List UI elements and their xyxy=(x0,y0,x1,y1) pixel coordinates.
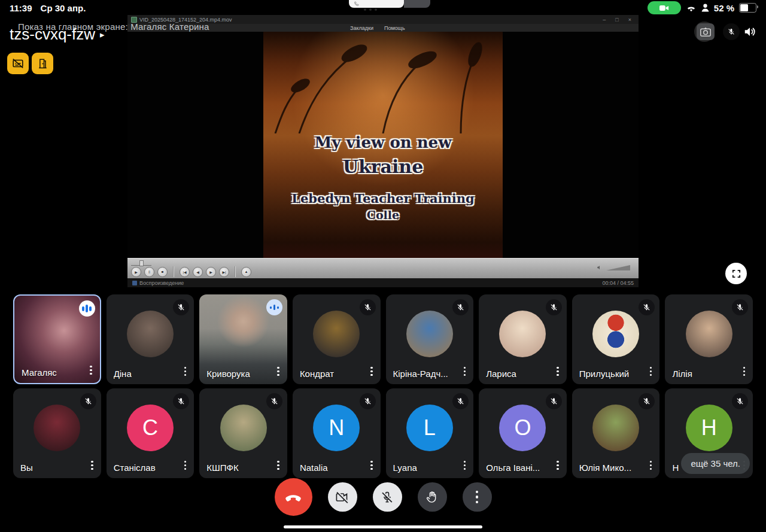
participant-tile[interactable]: КШПФК xyxy=(199,388,287,478)
pause-button[interactable]: || xyxy=(144,267,154,277)
stop-button[interactable]: ■ xyxy=(157,267,168,277)
participant-tile[interactable]: Криворука xyxy=(199,294,287,384)
video-frame: My view on new Ukraine Lebedyn Teacher T… xyxy=(263,32,503,258)
shared-screen-player-window: VID_20250428_174152_204.mp4.mov – □ × За… xyxy=(127,15,639,287)
participant-tile[interactable]: Кондрат xyxy=(293,294,381,384)
separator xyxy=(173,266,174,277)
call-controls-bar xyxy=(0,478,766,516)
menu-help[interactable]: Помощь xyxy=(384,25,405,31)
tile-options-button[interactable] xyxy=(648,365,654,378)
close-button[interactable]: × xyxy=(628,17,631,23)
more-participants-badge[interactable]: ещё 35 чел. xyxy=(681,453,750,474)
fullscreen-button[interactable] xyxy=(725,263,747,284)
date: Ср 30 апр. xyxy=(41,3,86,13)
participant-tile[interactable]: Прилуцький xyxy=(572,294,660,384)
participant-name: Lyana xyxy=(393,463,417,473)
mic-off-icon xyxy=(546,393,562,409)
person-icon xyxy=(701,4,709,12)
participant-tile[interactable]: Вы xyxy=(13,388,101,478)
participant-tile[interactable]: CСтаніслав xyxy=(107,388,194,478)
mic-off-icon xyxy=(452,393,469,409)
photo-avatar xyxy=(499,311,546,357)
overlay-line-4: Colle xyxy=(263,209,503,221)
raise-hand-button[interactable] xyxy=(418,482,447,512)
letter-avatar: O xyxy=(499,405,546,451)
seek-slider[interactable] xyxy=(131,260,151,266)
mic-off-icon xyxy=(452,299,469,315)
mic-toggle-button[interactable] xyxy=(373,482,402,512)
photo-avatar xyxy=(34,405,80,451)
play-button[interactable]: ▶ xyxy=(131,267,141,277)
minimize-button[interactable]: – xyxy=(603,17,606,23)
tile-options-button[interactable] xyxy=(275,365,281,378)
tile-options-button[interactable] xyxy=(555,365,561,378)
rewind-button[interactable]: ◀ xyxy=(193,267,203,277)
mic-off-icon xyxy=(639,299,655,315)
menu-bookmarks[interactable]: Закладки xyxy=(350,25,373,31)
battery-percent: 52 % xyxy=(714,3,734,13)
maximize-button[interactable]: □ xyxy=(615,17,618,23)
participant-tile[interactable]: NNatalia xyxy=(293,388,381,478)
tile-options-button[interactable] xyxy=(275,459,281,472)
tile-options-button[interactable] xyxy=(462,459,468,472)
mic-off-icon xyxy=(173,299,189,315)
tile-options-button[interactable] xyxy=(741,365,747,378)
more-options-button[interactable] xyxy=(463,482,492,512)
participant-tile[interactable]: Діна xyxy=(107,294,194,384)
tile-options-button[interactable] xyxy=(462,365,468,378)
end-call-button[interactable] xyxy=(275,478,312,516)
participant-tile[interactable]: Лариса xyxy=(479,294,567,384)
participant-tile[interactable]: Кіріна-Радч... xyxy=(386,294,474,384)
participant-tile[interactable]: Юлія Мико... xyxy=(572,388,660,478)
tile-options-button[interactable] xyxy=(648,459,654,472)
participant-tile[interactable]: OОльга Івані... xyxy=(479,388,567,478)
more-options-icon xyxy=(476,491,479,504)
tile-options-button[interactable] xyxy=(369,459,375,472)
participant-name: Юлія Мико... xyxy=(579,463,631,473)
raise-hand-icon xyxy=(425,490,439,504)
overlay-line-3: Lebedyn Teacher Training xyxy=(263,192,503,205)
participant-tile[interactable]: HНещё 35 чел. xyxy=(665,388,753,478)
exit-door-button[interactable] xyxy=(32,53,53,74)
meeting-code[interactable]: tzs-cvxq-fzw ▸ xyxy=(10,25,105,44)
tile-options-button[interactable] xyxy=(183,459,189,472)
mic-off-icon xyxy=(546,299,562,315)
skip-end-button[interactable]: ▶| xyxy=(219,267,229,277)
letter-avatar: L xyxy=(406,405,453,451)
tile-options-button[interactable] xyxy=(555,459,561,472)
mic-off-icon xyxy=(360,393,376,409)
photo-avatar xyxy=(592,311,639,357)
banner-dots xyxy=(364,8,377,11)
video-camera-icon xyxy=(659,5,669,11)
time-display: 00:04 / 04:55 xyxy=(602,280,634,286)
photo-avatar xyxy=(127,311,174,357)
speaker-button[interactable] xyxy=(743,25,756,38)
tile-options-button[interactable] xyxy=(88,364,94,377)
volume-slider[interactable] xyxy=(606,265,630,270)
forward-button[interactable]: ▶ xyxy=(206,267,216,277)
eject-button[interactable]: ▲ xyxy=(241,267,251,277)
mic-off-icon xyxy=(380,490,394,504)
tile-options-button[interactable] xyxy=(89,459,95,472)
participant-name: Лілія xyxy=(672,369,692,379)
call-banner-stub[interactable] xyxy=(349,0,430,8)
speaking-quiet-indicator xyxy=(266,299,282,315)
camera-toggle-button[interactable] xyxy=(328,482,357,512)
mic-off-icon xyxy=(732,299,748,315)
home-indicator[interactable] xyxy=(284,525,482,528)
letter-avatar: C xyxy=(127,405,174,451)
participant-tile[interactable]: Лілія xyxy=(665,294,753,384)
participant-name: Кондрат xyxy=(300,369,334,379)
tile-options-button[interactable] xyxy=(369,365,375,378)
skip-back-button[interactable]: |◀ xyxy=(180,267,190,277)
captions-off-button[interactable] xyxy=(7,53,29,74)
photo-avatar xyxy=(592,405,639,451)
participant-name: Н xyxy=(672,463,679,473)
participant-tile[interactable]: LLyana xyxy=(386,388,474,478)
door-icon xyxy=(37,57,48,70)
camera-flip-button[interactable] xyxy=(695,22,719,42)
participant-name: Криворука xyxy=(206,369,250,379)
participant-tile[interactable]: Магаляс xyxy=(13,294,101,384)
photo-avatar xyxy=(406,311,453,357)
tile-options-button[interactable] xyxy=(183,365,189,378)
